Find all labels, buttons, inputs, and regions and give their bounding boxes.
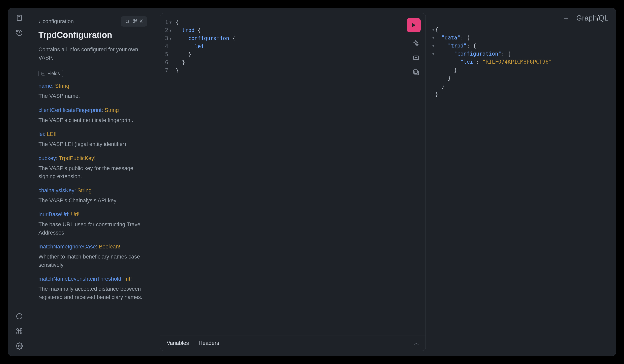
field-type[interactable]: Boolean! <box>99 244 120 250</box>
field-item: lei: LEI!The VASP LEI (legal entity iden… <box>38 131 147 148</box>
query-column: 1▼2▼3▼4▼5▼6▼7▼ { trpd { configuration { … <box>155 8 431 356</box>
svg-point-3 <box>126 20 129 23</box>
response-gutter <box>432 26 435 356</box>
field-description: The VASP's Chainalysis API key. <box>38 197 147 205</box>
field-signature[interactable]: pubkey: TrpdPublicKey! <box>38 155 147 161</box>
tab-headers[interactable]: Headers <box>199 340 219 346</box>
field-signature[interactable]: chainalysisKey: String <box>38 187 147 194</box>
svg-rect-7 <box>415 71 419 75</box>
svg-rect-8 <box>414 70 417 74</box>
response-column: ＋ GraphiQL { "data": { "trpd": { "config… <box>431 8 616 356</box>
sidebar-rail <box>8 8 30 356</box>
search-button[interactable]: ⌘ K <box>121 16 147 26</box>
field-description: The base URL used for constructing Trave… <box>38 220 147 237</box>
chevron-up-icon[interactable]: ︿ <box>414 339 419 347</box>
svg-point-2 <box>18 345 20 347</box>
field-type[interactable]: String <box>105 107 119 113</box>
svg-marker-5 <box>412 23 416 27</box>
field-description: The VASP's client certificate fingerprin… <box>38 116 147 124</box>
tab-variables[interactable]: Variables <box>167 340 189 346</box>
field-name[interactable]: lei <box>38 131 44 137</box>
settings-icon[interactable] <box>16 342 23 350</box>
page-title: TrpdConfiguration <box>38 30 147 40</box>
field-name[interactable]: matchNameIgnoreCase <box>38 244 96 250</box>
field-signature[interactable]: lnurlBaseUrl: Url! <box>38 211 147 218</box>
breadcrumb[interactable]: ‹ configuration <box>38 18 74 25</box>
collapse-icon <box>41 72 45 76</box>
field-description: Whether to match beneficiary names case-… <box>38 253 147 269</box>
query-editor[interactable]: 1▼2▼3▼4▼5▼6▼7▼ { trpd { configuration { … <box>160 13 425 335</box>
field-signature[interactable]: matchNameLevenshteinThreshold: Int! <box>38 276 147 282</box>
field-description: The maximally accepted distance between … <box>38 285 147 301</box>
field-name[interactable]: lnurlBaseUrl <box>38 211 68 217</box>
field-name[interactable]: matchNameLevenshteinThreshold <box>38 276 121 282</box>
svg-line-4 <box>129 22 129 23</box>
field-type[interactable]: LEI! <box>47 131 56 137</box>
field-item: chainalysisKey: StringThe VASP's Chainal… <box>38 187 147 205</box>
field-name[interactable]: pubkey <box>38 155 56 161</box>
response-code: { "data": { "trpd": { "configuration": {… <box>435 26 552 356</box>
field-signature[interactable]: clientCertificateFingerprint: String <box>38 107 147 113</box>
field-type[interactable]: Int! <box>124 276 132 282</box>
search-shortcut: ⌘ K <box>133 18 143 25</box>
field-name[interactable]: chainalysisKey <box>38 187 75 193</box>
editor-toolbar <box>412 39 420 76</box>
docs-icon[interactable] <box>16 14 23 22</box>
field-item: lnurlBaseUrl: Url!The base URL used for … <box>38 211 147 237</box>
fields-label: Fields <box>48 71 60 76</box>
query-editor-card: 1▼2▼3▼4▼5▼6▼7▼ { trpd { configuration { … <box>160 13 426 351</box>
query-code[interactable]: { trpd { configuration { lei } }} <box>174 13 235 335</box>
field-item: clientCertificateFingerprint: StringThe … <box>38 107 147 124</box>
field-signature[interactable]: name: String! <box>38 83 147 89</box>
response-viewer[interactable]: { "data": { "trpd": { "configuration": {… <box>431 25 616 356</box>
type-summary: Contains all infos configured for your o… <box>38 46 147 62</box>
field-item: matchNameLevenshteinThreshold: Int!The m… <box>38 276 147 301</box>
docs-panel: ‹ configuration ⌘ K TrpdConfiguration Co… <box>30 8 155 356</box>
field-type[interactable]: String <box>78 187 92 193</box>
field-signature[interactable]: matchNameIgnoreCase: Boolean! <box>38 244 147 250</box>
svg-rect-0 <box>17 15 21 21</box>
graphiql-logo: GraphiQL <box>576 14 608 22</box>
refresh-icon[interactable] <box>16 313 23 320</box>
app-frame: ‹ configuration ⌘ K TrpdConfiguration Co… <box>8 8 616 356</box>
copy-icon[interactable] <box>412 68 420 76</box>
field-name[interactable]: clientCertificateFingerprint <box>38 107 102 113</box>
field-type[interactable]: String! <box>55 83 71 89</box>
field-description: The VASP's public key for the message si… <box>38 164 147 181</box>
keyboard-shortcuts-icon[interactable] <box>16 328 23 335</box>
line-gutter: 1▼2▼3▼4▼5▼6▼7▼ <box>160 13 174 335</box>
chevron-left-icon: ‹ <box>38 18 40 25</box>
fields-toggle[interactable]: Fields <box>38 70 63 77</box>
field-description: The VASP LEI (legal entity identifier). <box>38 140 147 148</box>
history-icon[interactable] <box>16 29 23 36</box>
field-type[interactable]: TrpdPublicKey! <box>59 155 96 161</box>
editor-footer: Variables Headers ︿ <box>160 335 425 351</box>
field-name[interactable]: name <box>38 83 52 89</box>
prettify-icon[interactable] <box>412 39 420 47</box>
execute-button[interactable] <box>407 18 421 32</box>
field-description: The VASP name. <box>38 92 147 100</box>
field-item: matchNameIgnoreCase: Boolean!Whether to … <box>38 244 147 269</box>
merge-icon[interactable] <box>412 54 420 62</box>
fields-list: name: String!The VASP name.clientCertifi… <box>38 83 147 301</box>
add-tab-button[interactable]: ＋ <box>563 13 570 23</box>
field-signature[interactable]: lei: LEI! <box>38 131 147 137</box>
field-type[interactable]: Url! <box>71 211 79 217</box>
breadcrumb-label: configuration <box>43 18 74 25</box>
field-item: pubkey: TrpdPublicKey!The VASP's public … <box>38 155 147 181</box>
field-item: name: String!The VASP name. <box>38 83 147 100</box>
